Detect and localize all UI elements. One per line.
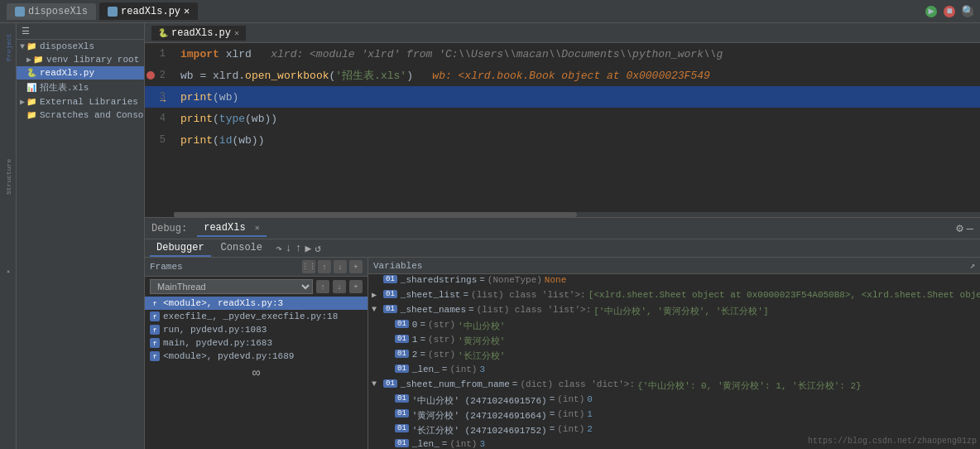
project-panel: ☰ ▼ 📁 disposeXls ▶ 📁 venv library root 🐍… bbox=[17, 23, 145, 449]
var-value-snlen: 3 bbox=[479, 365, 485, 374]
var-value-snfn: {'中山分校': 0, '黄河分校': 1, '长江分校': 2} bbox=[637, 379, 862, 392]
frame-item-4[interactable]: f <module>, pydevd.py:1689 bbox=[145, 350, 368, 363]
scrollbar-thumb[interactable] bbox=[174, 212, 577, 217]
variables-panel: Variables ↗ 01 _sharedstrings = (NoneTyp… bbox=[368, 258, 980, 449]
thread-sort-desc[interactable]: ↓ bbox=[333, 280, 346, 293]
step-into-icon[interactable]: ↓ bbox=[286, 242, 292, 254]
infinity-icon: ∞ bbox=[145, 363, 368, 384]
var-item-sheetnames-0: 01 0 = (str) '中山分校' bbox=[368, 319, 980, 334]
frame-item-3[interactable]: f main, pydevd.py:1683 bbox=[145, 336, 368, 350]
frame-item-2[interactable]: f run, pydevd.py:1083 bbox=[145, 323, 368, 336]
tree-item-venv[interactable]: ▶ 📁 venv library root bbox=[17, 53, 144, 66]
var-badge-snfn1: 01 bbox=[395, 409, 409, 418]
minimize-icon[interactable]: — bbox=[967, 222, 973, 235]
editor-tab-readxls[interactable]: 🐍 readXls.py ✕ bbox=[151, 26, 246, 41]
tree-label-xls: 招生表.xls bbox=[40, 81, 89, 94]
var-name-snfn2: '长江分校' (2471024691752) bbox=[412, 424, 547, 437]
folder-icon-disposexls: 📁 bbox=[26, 41, 36, 51]
editor-toolbar: 🐍 readXls.py ✕ bbox=[145, 23, 980, 43]
project-icon[interactable]: Project bbox=[2, 27, 14, 68]
var-type-snfn0: (int) bbox=[557, 394, 584, 404]
var-badge-sheetnames: 01 bbox=[383, 305, 397, 313]
code-area[interactable]: 1 import xlrd xlrd: <module 'xlrd' from … bbox=[145, 43, 980, 217]
step-out-icon[interactable]: ↑ bbox=[295, 242, 302, 254]
favorites-icon[interactable]: ★ bbox=[2, 252, 14, 293]
frame-item-0[interactable]: f <module>, readXls.py:3 bbox=[145, 297, 368, 310]
run-button[interactable]: ▶ bbox=[925, 6, 937, 17]
editor-close-icon[interactable]: ✕ bbox=[234, 28, 239, 38]
debugger-tab[interactable]: Debugger bbox=[150, 240, 211, 257]
var-badge-snlen: 01 bbox=[395, 365, 409, 373]
var-item-sheetnames[interactable]: ▼ 01 _sheet_names = (list) class 'list'>… bbox=[368, 304, 980, 319]
tree-item-readxls[interactable]: 🐍 readXls.py bbox=[17, 66, 144, 80]
py-file-icon: 🐍 bbox=[26, 68, 36, 78]
title-tab-disposexls[interactable]: disposeXls bbox=[7, 3, 96, 20]
var-item-sheetlist[interactable]: ▶ 01 _sheet_list = (list) class 'list'>:… bbox=[368, 289, 980, 304]
run-cursor-icon[interactable]: ▶ bbox=[305, 242, 311, 255]
var-eq-sheetlist: = bbox=[463, 290, 468, 300]
tree-label-disposexls: disposeXls bbox=[40, 41, 94, 51]
close-tab-icon[interactable]: ✕ bbox=[184, 5, 190, 17]
step-over-icon[interactable]: ↷ bbox=[276, 242, 282, 255]
structure-icon[interactable]: Structure bbox=[2, 156, 14, 197]
var-toggle-sheetlist[interactable]: ▶ bbox=[372, 290, 383, 300]
var-name-sn2: 2 bbox=[412, 350, 418, 360]
code-line-1: 1 import xlrd xlrd: <module 'xlrd' from … bbox=[145, 43, 980, 65]
thread-selector: MainThread ↑ ↓ + bbox=[145, 277, 368, 297]
code-line-2: 2 wb = xlrd.open_workbook('招生表.xls') wb:… bbox=[145, 65, 980, 86]
var-item-sheetnumfromname[interactable]: ▼ 01 _sheet_num_from_name = (dict) class… bbox=[368, 379, 980, 393]
debug-panel: Debug: readXls ✕ ⚙ — Debugger Console bbox=[145, 217, 980, 449]
tree-item-extlibs[interactable]: ▶ 📁 External Libraries bbox=[17, 95, 144, 109]
var-value-snfn1: 1 bbox=[587, 409, 593, 419]
frame-item-1[interactable]: f execfile_, _pydev_execfile.py:18 bbox=[145, 310, 368, 323]
arrow-right-icon: ▶ bbox=[26, 55, 31, 65]
title-tab-readxls[interactable]: readXls.py ✕ bbox=[99, 2, 198, 20]
frames-btn-expand[interactable]: ⋮⋮ bbox=[302, 260, 315, 273]
frames-btn-plus[interactable]: + bbox=[349, 260, 363, 273]
var-badge-sn2: 01 bbox=[395, 350, 409, 358]
var-toggle-sheetnames[interactable]: ▼ bbox=[372, 305, 383, 314]
var-type-sn0: (str) bbox=[428, 320, 455, 330]
breakpoint-indicator[interactable] bbox=[147, 71, 155, 80]
var-item-sheetnames-2: 01 2 = (str) '长江分校' bbox=[368, 349, 980, 364]
vars-expand-icon[interactable]: ↗ bbox=[969, 260, 975, 271]
var-eq-sn1: = bbox=[420, 335, 425, 345]
line-num-1: 1 bbox=[145, 48, 174, 60]
folder-icon bbox=[15, 7, 25, 17]
settings-icon[interactable]: ⚙ bbox=[956, 221, 963, 235]
frames-panel: Frames ⋮⋮ ↑ ↓ + MainThread ↑ ↓ bbox=[145, 258, 368, 449]
frames-btn-up[interactable]: ↑ bbox=[318, 260, 331, 273]
var-name-sheetnames: _sheet_names bbox=[401, 305, 466, 315]
thread-sort-asc[interactable]: ↑ bbox=[316, 280, 329, 293]
var-type-sheetlist: (list) class 'list'>: bbox=[471, 290, 586, 300]
debug-tab-close[interactable]: ✕ bbox=[255, 224, 260, 233]
var-name-snfnlen: _len_ bbox=[412, 439, 440, 449]
thread-add[interactable]: + bbox=[349, 280, 363, 293]
tree-label-extlibs: External Libraries bbox=[40, 97, 138, 107]
code-content-5: print(id(wb)) bbox=[174, 134, 264, 147]
titlebar: disposeXls readXls.py ✕ ▶ ■ 🔍 bbox=[0, 0, 980, 23]
vars-content[interactable]: 01 _sharedstrings = (NoneType) None ▶ 01… bbox=[368, 274, 980, 449]
blog-url: https://blog.csdn.net/zhaopeng01zp bbox=[808, 437, 977, 446]
var-type-snfn: (dict) class 'dict'>: bbox=[520, 379, 635, 389]
frame-label-4: <module>, pydevd.py:1689 bbox=[163, 351, 294, 361]
tree-item-xls[interactable]: 📊 招生表.xls bbox=[17, 80, 144, 95]
stop-button[interactable]: ■ bbox=[944, 6, 955, 17]
search-button[interactable]: 🔍 bbox=[962, 6, 973, 17]
console-tab[interactable]: Console bbox=[214, 240, 269, 257]
thread-select[interactable]: MainThread bbox=[150, 279, 313, 294]
code-line-3: → 3 print(wb) bbox=[145, 86, 980, 108]
var-name-snfn1: '黄河分校' (2471024691664) bbox=[412, 409, 547, 422]
debug-tab-readxls[interactable]: readXls ✕ bbox=[197, 220, 267, 237]
frames-btn-down[interactable]: ↓ bbox=[334, 260, 347, 273]
title-tab-disposexls-label: disposeXls bbox=[28, 6, 88, 17]
var-eq-sheetnames: = bbox=[468, 305, 474, 315]
horizontal-scrollbar[interactable] bbox=[174, 212, 980, 217]
tree-item-scratches[interactable]: 📁 Scratches and Consol bbox=[17, 109, 144, 122]
tree-item-disposexls[interactable]: ▼ 📁 disposeXls bbox=[17, 40, 144, 53]
debug-label: Debug: bbox=[151, 223, 187, 234]
var-eq-snfn: = bbox=[512, 379, 518, 389]
var-toggle-snfn[interactable]: ▼ bbox=[372, 379, 383, 389]
var-value-sn1: '黄河分校' bbox=[458, 335, 505, 347]
rerun-icon[interactable]: ↺ bbox=[315, 242, 321, 255]
